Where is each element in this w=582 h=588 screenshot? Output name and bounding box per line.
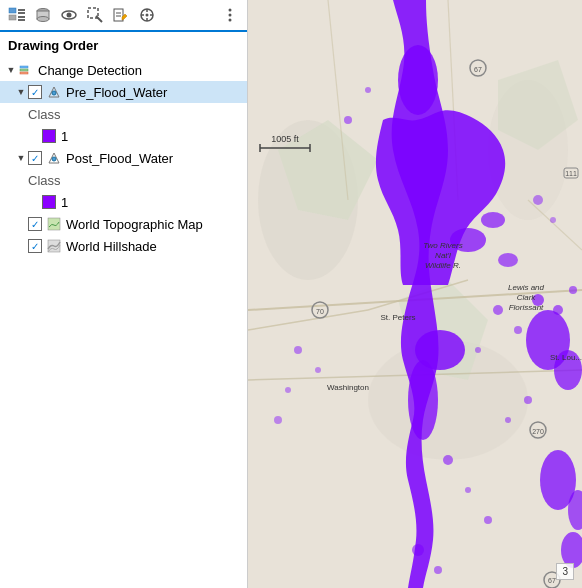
topo-layer-icon [46,216,62,232]
class-value-pre-flood: 1 [61,129,68,144]
class-item-pre-flood-1: 1 [0,125,247,147]
left-panel: Drawing Order ▼ Change Detection ▼ [0,0,248,588]
svg-text:Florissant: Florissant [509,303,544,312]
svg-point-62 [498,253,518,267]
svg-point-8 [37,17,49,22]
svg-point-21 [229,9,232,12]
drawing-order-label: Drawing Order [8,38,98,53]
class-item-post-flood-1: 1 [0,191,247,213]
svg-point-66 [553,305,563,315]
svg-text:St. Peters: St. Peters [380,313,415,322]
drawing-order-header: Drawing Order [0,32,247,57]
svg-rect-12 [114,9,123,21]
checkbox-post-flood-water[interactable] [28,151,42,165]
options-icon[interactable] [219,4,241,26]
list-by-editing-icon[interactable] [110,4,132,26]
layer-post-flood-water[interactable]: ▼ Post_Flood_Water [0,147,247,169]
svg-rect-24 [20,66,28,68]
checkbox-world-hillshade[interactable] [28,239,42,253]
group-change-detection[interactable]: ▼ Change Detection [0,59,247,81]
svg-point-20 [146,14,149,17]
svg-text:Clark: Clark [517,293,537,302]
toolbar [0,0,247,32]
layer-world-hillshade[interactable]: ▶ World Hillshade [0,235,247,257]
svg-text:67: 67 [474,66,482,73]
world-topo-label: World Topographic Map [66,217,203,232]
svg-point-79 [465,487,471,493]
class-value-post-flood: 1 [61,195,68,210]
class-label-pre-flood: Class [28,107,61,122]
svg-point-78 [443,455,453,465]
svg-text:270: 270 [532,428,544,435]
svg-point-30 [52,157,56,161]
svg-point-67 [569,286,577,294]
svg-text:St. Lou...: St. Lou... [550,353,582,362]
checkbox-world-topo[interactable] [28,217,42,231]
svg-point-22 [229,14,232,17]
svg-text:Nat'l: Nat'l [435,251,451,260]
svg-point-73 [493,305,503,315]
pre-flood-water-label: Pre_Flood_Water [66,85,167,100]
zoom-indicator: 3 [556,563,574,580]
svg-point-23 [229,19,232,22]
layer-pre-flood-water[interactable]: ▼ Pre_Flood_Water [0,81,247,103]
color-swatch-pre-flood [42,129,56,143]
svg-text:67: 67 [548,577,556,584]
class-header-post-flood: Class [0,169,247,191]
svg-point-58 [408,360,438,440]
svg-text:1005 ft: 1005 ft [271,134,299,144]
svg-point-57 [398,45,438,115]
svg-rect-1 [9,15,16,20]
svg-rect-25 [20,69,28,71]
list-by-snapping-icon[interactable] [136,4,158,26]
svg-point-87 [285,387,291,393]
list-by-drawing-order-icon[interactable] [6,4,28,26]
post-flood-water-label: Post_Flood_Water [66,151,173,166]
svg-point-86 [315,367,321,373]
svg-point-80 [484,516,492,524]
checkbox-pre-flood-water[interactable] [28,85,42,99]
svg-point-85 [294,346,302,354]
color-swatch-post-flood [42,195,56,209]
zoom-value: 3 [562,566,568,577]
svg-point-88 [274,416,282,424]
svg-point-72 [365,87,371,93]
layer-world-topo[interactable]: ▶ World Topographic Map [0,213,247,235]
svg-point-61 [481,212,505,228]
svg-point-28 [52,91,56,95]
map-canvas: 70 270 67 67 111 [248,0,582,588]
layer-tree: ▼ Change Detection ▼ Pre_F [0,57,247,588]
svg-point-84 [550,217,556,223]
list-by-selection-icon[interactable] [84,4,106,26]
class-header-pre-flood: Class [0,103,247,125]
expand-arrow-pre-flood: ▼ [14,87,28,97]
svg-rect-0 [9,8,16,13]
group-icon [18,62,34,78]
feature-layer-icon-post-flood [46,150,62,166]
svg-point-83 [533,195,543,205]
feature-layer-icon-pre-flood [46,84,62,100]
svg-point-71 [344,116,352,124]
svg-point-81 [412,544,424,556]
svg-rect-26 [20,72,28,74]
expand-arrow-change-detection: ▼ [4,65,18,75]
svg-point-59 [415,330,465,370]
map-panel[interactable]: 70 270 67 67 111 [248,0,582,588]
svg-text:Washington: Washington [327,383,369,392]
svg-text:Lewis and: Lewis and [508,283,545,292]
svg-point-76 [524,396,532,404]
list-by-source-icon[interactable] [32,4,54,26]
svg-text:111: 111 [565,170,577,177]
svg-point-77 [505,417,511,423]
class-label-post-flood: Class [28,173,61,188]
group-change-detection-label: Change Detection [38,63,142,78]
hillshade-layer-icon [46,238,62,254]
world-hillshade-label: World Hillshade [66,239,157,254]
svg-point-82 [434,566,442,574]
svg-point-10 [67,13,72,18]
svg-text:Two Rivers: Two Rivers [423,241,462,250]
list-by-visibility-icon[interactable] [58,4,80,26]
svg-point-74 [514,326,522,334]
svg-text:70: 70 [316,308,324,315]
svg-text:Wildlife R.: Wildlife R. [425,261,461,270]
